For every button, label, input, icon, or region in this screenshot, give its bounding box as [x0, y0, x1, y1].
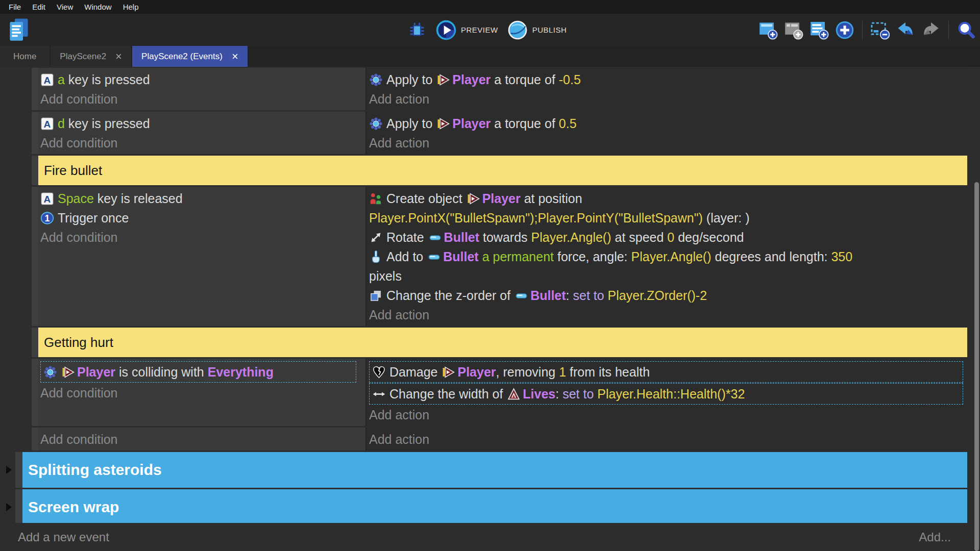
events-sheet: Aa key is pressedAdd conditionApply to P… [0, 67, 980, 523]
add-action-button[interactable]: Add action [369, 89, 963, 109]
event-drag-handle[interactable] [32, 112, 38, 154]
event-drag-handle[interactable] [32, 428, 38, 450]
text-segment: a torque of [491, 116, 558, 131]
svg-text:A: A [44, 75, 51, 86]
text-segment: Player.Health::Health()*32 [597, 387, 745, 401]
toolbar: PREVIEW PUBLISH [0, 14, 980, 46]
physics-behavior-icon [369, 72, 383, 86]
text-segment: deg/second [674, 230, 744, 244]
close-icon[interactable] [232, 53, 238, 60]
text-segment: Bullet [530, 288, 566, 303]
menu-item-window[interactable]: Window [79, 0, 117, 14]
action-line[interactable]: Apply to Player a torque of -0.5 [369, 70, 963, 89]
player-object-icon [62, 364, 75, 377]
gdevelop-window: FileEditViewWindowHelp PREVIEW PUBLISH H… [0, 0, 980, 551]
condition-line[interactable]: Aa key is pressed [40, 70, 362, 89]
publish-button[interactable]: PUBLISH [507, 20, 567, 40]
condition-line[interactable]: 1Trigger once [40, 208, 362, 228]
add-condition-button[interactable]: Add condition [40, 133, 362, 153]
text-segment: Player [452, 72, 491, 87]
group-bar[interactable]: Screen wrap [22, 489, 967, 523]
action-line[interactable]: Create object Player at position Player.… [369, 189, 963, 228]
actions-column: Damage Player, removing 1 from its healt… [366, 359, 967, 426]
text-segment: 350 [831, 249, 852, 264]
menu-item-view[interactable]: View [51, 0, 79, 14]
group-row: Screen wrap [0, 489, 967, 523]
add-event-icon[interactable] [757, 19, 779, 41]
add-action-button[interactable]: Add action [369, 430, 963, 449]
group-collapse-arrow-icon[interactable] [6, 466, 12, 474]
tab-home[interactable]: Home [0, 46, 50, 67]
add-action-button[interactable]: Add action [369, 133, 963, 153]
group-collapse-arrow-icon[interactable] [6, 503, 12, 511]
vertical-scrollbar[interactable] [974, 182, 979, 551]
tab-playscene2-events[interactable]: PlayScene2 (Events) [132, 46, 248, 67]
menu-item-edit[interactable]: Edit [27, 0, 51, 14]
publish-label: PUBLISH [532, 26, 567, 34]
group-gutter [0, 452, 15, 488]
event-drag-handle[interactable] [32, 156, 38, 185]
wrapped-line: Player.PointX("BulletSpawn");Player.Poin… [369, 208, 963, 228]
action-line[interactable]: Change the z-order of Bullet: set to Pla… [369, 286, 963, 305]
tab-playscene2[interactable]: PlayScene2 [51, 46, 131, 67]
damage-icon [372, 365, 386, 379]
redo-icon[interactable] [920, 19, 942, 41]
text-segment: towards [479, 230, 531, 244]
add-new-icon[interactable] [834, 19, 855, 41]
search-icon[interactable] [955, 19, 977, 41]
project-manager-button[interactable] [7, 18, 31, 42]
lives-object-icon [507, 386, 520, 399]
keyboard-key-icon: A [40, 116, 54, 130]
toolbar-center: PREVIEW PUBLISH [407, 14, 567, 46]
comment-bar[interactable]: Getting hurt [38, 328, 967, 357]
add-condition-button[interactable]: Add condition [40, 89, 362, 109]
text-segment: key is released [97, 191, 183, 206]
add-action-button[interactable]: Add action [369, 405, 963, 424]
add-more-link[interactable]: Add... [919, 530, 951, 544]
menu-item-help[interactable]: Help [117, 0, 144, 14]
condition-line[interactable]: Ad key is pressed [40, 114, 362, 133]
event-drag-handle[interactable] [15, 452, 22, 488]
condition-line[interactable]: Player is colliding with Everything [40, 361, 356, 383]
text-segment: , removing [496, 365, 559, 379]
debug-icon[interactable] [407, 20, 427, 40]
bottom-bar: Add a new event Add... [0, 523, 980, 551]
event-drag-handle[interactable] [15, 489, 22, 523]
preview-button[interactable]: PREVIEW [436, 20, 498, 40]
create-object-icon [369, 191, 383, 205]
player-object-icon [467, 191, 480, 204]
text-segment: Player [457, 365, 496, 379]
menu-item-file[interactable]: File [3, 0, 27, 14]
event-drag-handle[interactable] [32, 187, 38, 326]
group-bar[interactable]: Splitting asteroids [22, 452, 967, 488]
add-condition-button[interactable]: Add condition [40, 430, 362, 449]
event-drag-handle[interactable] [32, 68, 38, 110]
tab-label: Home [13, 52, 36, 62]
action-line[interactable]: Add to Bullet a permanent force, angle: … [369, 247, 963, 286]
add-new-event-link[interactable]: Add a new event [18, 530, 109, 544]
add-comment-icon[interactable] [808, 19, 830, 41]
action-line[interactable]: Apply to Player a torque of 0.5 [369, 114, 963, 133]
close-icon[interactable] [115, 53, 122, 60]
tab-label: PlayScene2 [60, 52, 106, 62]
text-segment: Player [452, 116, 491, 131]
add-condition-button[interactable]: Add condition [40, 383, 362, 403]
action-line[interactable]: Rotate Bullet towards Player.Angle() at … [369, 228, 963, 247]
add-condition-button[interactable]: Add condition [40, 228, 362, 247]
undo-icon[interactable] [895, 19, 916, 41]
add-action-button[interactable]: Add action [369, 305, 963, 324]
action-line[interactable]: Damage Player, removing 1 from its healt… [369, 361, 963, 383]
text-segment: Player.PointX("BulletSpawn");Player.Poin… [369, 211, 703, 225]
comment-bar[interactable]: Fire bullet [38, 156, 967, 185]
width-icon [372, 387, 386, 400]
bullet-object-icon [429, 230, 442, 242]
action-line[interactable]: Change the width of Lives: set to Player… [369, 383, 963, 405]
add-subevent-icon[interactable] [783, 19, 804, 41]
event-drag-handle[interactable] [32, 328, 38, 357]
text-segment: Rotate [386, 230, 428, 244]
text-segment: d [58, 116, 68, 131]
event-drag-handle[interactable] [32, 359, 38, 426]
condition-line[interactable]: ASpace key is released [40, 189, 362, 208]
remove-event-icon[interactable] [869, 19, 891, 41]
text-segment: Add to [386, 249, 427, 264]
